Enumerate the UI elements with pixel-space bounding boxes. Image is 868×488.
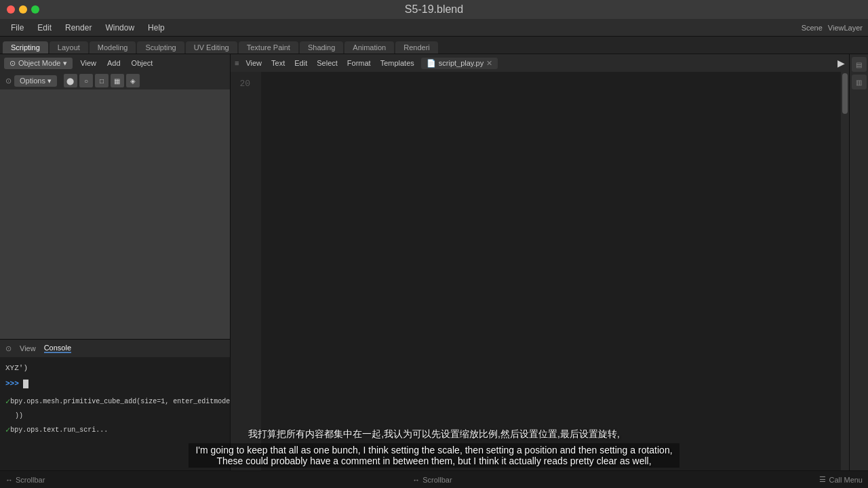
console-header: ⊙ View Console [0, 340, 230, 357]
main-area: ⊙ Object Mode ▾ View Add Object [0, 54, 868, 488]
tab-shading[interactable]: Shading [300, 41, 343, 54]
close-button[interactable] [7, 5, 15, 14]
viewport-header: ⊙ Object Mode ▾ View Add Object [0, 54, 230, 72]
console-bpy-line1: ✓ bpy.ops.mesh.primitive_cube_add(size=1… [5, 395, 224, 409]
console-tab-console[interactable]: Console [44, 344, 71, 353]
code-editor-panel: ≡ View Text Edit Select Format Templates… [231, 54, 849, 488]
editor-templates-button[interactable]: Templates [378, 58, 417, 68]
menu-file[interactable]: File [5, 22, 29, 34]
editor-scrollbar[interactable] [841, 72, 849, 488]
editor-format-button[interactable]: Format [344, 58, 374, 68]
viewport-options: ⊙ Options ▾ ⬤ ○ □ ▦ ◈ [0, 72, 230, 89]
tab-rendering[interactable]: Renderi [395, 41, 438, 54]
tab-texture-paint[interactable]: Texture Paint [239, 41, 298, 54]
menu-edit[interactable]: Edit [32, 22, 57, 34]
overlay-icon4[interactable]: ▦ [111, 74, 124, 87]
check-icon2: ✓ [5, 425, 10, 435]
window-controls[interactable] [7, 5, 39, 14]
rs-icon-2[interactable]: ▥ [852, 75, 867, 89]
titlebar: S5-19.blend [0, 0, 868, 19]
editor-icon: ≡ [235, 59, 239, 67]
tab-sculpting[interactable]: Sculpting [137, 41, 184, 54]
bottom-right-items: ☰ Call Menu [819, 475, 863, 484]
menu-window[interactable]: Window [100, 22, 140, 34]
overlay-icon3[interactable]: □ [95, 74, 108, 87]
scrollbar-right-item[interactable]: ↔ Scrollbar [412, 476, 452, 484]
view-layer-label: ViewLayer [828, 24, 863, 32]
menu-help[interactable]: Help [142, 22, 170, 34]
rs-icon-1[interactable]: ▤ [852, 57, 867, 72]
editor-edit-button[interactable]: Edit [292, 58, 310, 68]
chevron-down-icon: ▾ [47, 77, 52, 85]
viewport-object-button[interactable]: Object [128, 58, 157, 68]
console-bpy-line3: ✓ bpy.ops.text.run_scri... [5, 423, 224, 437]
scrollbar-thumb[interactable] [842, 73, 848, 114]
overlay-icon2[interactable]: ○ [79, 74, 93, 87]
file-tab-name: script_play.py [439, 59, 484, 67]
console-bpy-line2: )) [5, 409, 224, 423]
console-xyz-line: XYZ') [5, 361, 224, 375]
tab-scripting[interactable]: Scripting [3, 41, 48, 54]
object-mode-icon: ⊙ [9, 59, 16, 68]
overlay-icon1[interactable]: ⬤ [64, 74, 77, 87]
close-file-icon[interactable]: ✕ [486, 59, 492, 68]
console-prompt-line: >>> [5, 377, 224, 391]
line-numbers: 20 [231, 72, 261, 488]
viewport-3d[interactable]: ⊙ Object Mode ▾ View Add Object [0, 54, 230, 339]
scrollbar-left-icon: ↔ [5, 476, 13, 484]
code-area[interactable]: 20 [231, 72, 849, 488]
overlay-icon5[interactable]: ◈ [126, 74, 140, 87]
run-script-button[interactable]: ▶ [837, 58, 845, 68]
chevron-down-icon: ▾ [63, 59, 67, 68]
viewport-view-button[interactable]: View [77, 58, 100, 68]
options-button[interactable]: Options ▾ [14, 75, 57, 87]
left-panel: ⊙ Object Mode ▾ View Add Object [0, 54, 231, 488]
line-number-20: 20 [231, 77, 256, 92]
tab-modeling[interactable]: Modeling [90, 41, 136, 54]
scrollbar-left-item[interactable]: ↔ Scrollbar [5, 476, 45, 484]
bottom-bar: ↔ Scrollbar ↔ Scrollbar ☰ Call Menu [0, 470, 868, 488]
console-content: XYZ') >>> ✓ bpy.ops.mesh.primitive_cube_… [0, 357, 230, 488]
file-icon: 📄 [427, 59, 436, 68]
scene-label: Scene [802, 24, 823, 32]
console-cursor [23, 380, 28, 388]
call-menu-icon: ☰ [819, 475, 826, 484]
editor-view-button[interactable]: View [243, 58, 264, 68]
line-numbers-content: 20 [231, 77, 256, 92]
console-area: ⊙ View Console XYZ') >>> ✓ bpy.ops.mesh.… [0, 339, 230, 488]
tab-layout[interactable]: Layout [50, 41, 88, 54]
tab-uv-editing[interactable]: UV Editing [186, 41, 237, 54]
minimize-button[interactable] [19, 5, 27, 14]
viewport-options-icon: ⊙ [5, 77, 12, 85]
console-icon: ⊙ [5, 344, 12, 353]
maximize-button[interactable] [31, 5, 39, 14]
bottom-center-items: ↔ Scrollbar [412, 476, 452, 484]
call-menu-item[interactable]: ☰ Call Menu [819, 475, 863, 484]
file-tab: 📄 script_play.py ✕ [421, 58, 498, 69]
scrollbar-right-icon: ↔ [412, 476, 420, 484]
editor-select-button[interactable]: Select [314, 58, 340, 68]
console-tab-view[interactable]: View [20, 344, 36, 352]
viewport-add-button[interactable]: Add [104, 58, 124, 68]
bottom-left-items: ↔ Scrollbar [5, 476, 45, 484]
window-title: S5-19.blend [405, 3, 463, 16]
right-sidebar: ▤ ▥ [849, 54, 868, 488]
editor-header: ≡ View Text Edit Select Format Templates… [231, 54, 849, 72]
menu-render[interactable]: Render [60, 22, 97, 34]
code-content[interactable] [261, 72, 841, 488]
workspace-tabs: Scripting Layout Modeling Sculpting UV E… [0, 37, 868, 54]
check-icon1: ✓ [5, 396, 10, 407]
tab-animation[interactable]: Animation [344, 41, 394, 54]
object-mode-button[interactable]: ⊙ Object Mode ▾ [4, 58, 73, 69]
editor-text-button[interactable]: Text [269, 58, 288, 68]
menubar: File Edit Render Window Help Scene ViewL… [0, 19, 868, 37]
